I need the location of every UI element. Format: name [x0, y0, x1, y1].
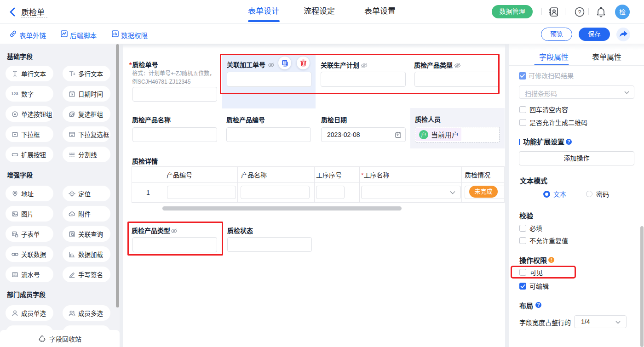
svg-text:?: ?	[578, 9, 581, 16]
